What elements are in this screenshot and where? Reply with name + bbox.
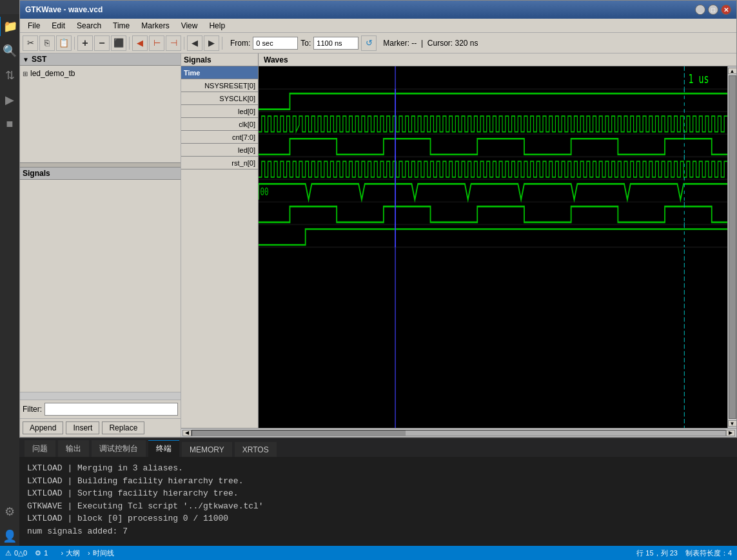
replace-button[interactable]: Replace <box>102 421 144 434</box>
waves-col-header: Waves <box>259 53 736 66</box>
tb-copy-button[interactable]: ⎘ <box>39 35 55 51</box>
sst-header: ▼ SST <box>20 53 181 66</box>
tabsize-text: 制表符长度：4 <box>685 548 732 558</box>
vscroll-up-button[interactable]: ▲ <box>728 68 737 74</box>
tb-zoomin-button[interactable]: + <box>77 35 93 51</box>
tb-prevmarker-button[interactable]: ◀ <box>187 35 202 51</box>
signals-col-label: Signals <box>184 55 211 64</box>
statusbar-position[interactable]: 行 15，列 23 <box>636 548 678 558</box>
vscode-bottom-panel: 问题 输出 调试控制台 终端 MEMORY XRTOS LXTLOAD | Me… <box>19 438 737 560</box>
signals-scrollbar[interactable] <box>20 392 181 400</box>
tab-debug-console[interactable]: 调试控制台 <box>92 440 146 457</box>
waves-vscroll[interactable]: ▲ ▼ <box>727 66 736 428</box>
signal-row-nsysreset[interactable]: NSYSRESET[0] <box>181 79 258 92</box>
tb-zoomout-button[interactable]: − <box>94 35 110 51</box>
statusbar-tabsize[interactable]: 制表符长度：4 <box>685 548 732 558</box>
activity-search-icon[interactable]: 🔍 <box>0 41 19 61</box>
filter-input[interactable] <box>44 403 178 416</box>
timeline-label: 时间线 <box>93 548 114 558</box>
position-text: 行 15，列 23 <box>636 548 678 558</box>
activity-extensions-icon[interactable]: ■ <box>4 115 16 133</box>
tb-markbegin-button[interactable]: ⊢ <box>149 35 164 51</box>
to-input[interactable] <box>313 37 359 50</box>
hscroll-thumb[interactable] <box>192 430 406 436</box>
vscroll-thumb[interactable] <box>729 75 736 419</box>
menu-view[interactable]: View <box>176 20 203 32</box>
activity-account-icon[interactable]: 👤 <box>0 526 19 546</box>
signal-row-sysclk[interactable]: SYSCLK[0] <box>181 92 258 105</box>
menu-markers[interactable]: Markers <box>136 20 174 32</box>
signal-row-clk[interactable]: clk[0] <box>181 118 258 131</box>
win-maximize-button[interactable]: □ <box>708 5 718 15</box>
from-label: From: <box>230 39 250 48</box>
tab-xrtos[interactable]: XRTOS <box>235 442 277 457</box>
tree-item-led-demo-tb[interactable]: ⊞ led_demo_tb <box>23 68 178 79</box>
sst-toggle[interactable]: ▼ <box>23 56 29 63</box>
tree-item-label: led_demo_tb <box>30 69 75 78</box>
vscroll-down-button[interactable]: ▼ <box>728 420 737 427</box>
signal-row-led0[interactable]: led[0] <box>181 105 258 118</box>
activity-bar: 📁 🔍 ⇅ ▶ ■ ⚙ 👤 <box>0 14 19 546</box>
to-label: To: <box>300 39 311 48</box>
append-button[interactable]: Append <box>23 421 63 434</box>
tb-reload-button[interactable]: ↺ <box>361 35 377 51</box>
filter-bar: Filter: <box>20 400 181 418</box>
tb-cut-button[interactable]: ✂ <box>23 35 38 51</box>
statusbar-right: 行 15，列 23 制表符长度：4 <box>636 548 732 558</box>
hscroll-track[interactable] <box>192 430 726 436</box>
chevron-right-icon: › <box>61 549 63 557</box>
menu-time[interactable]: Time <box>108 20 135 32</box>
sst-divider[interactable] <box>20 162 181 168</box>
menu-help[interactable]: Help <box>204 20 230 32</box>
statusbar-timeline[interactable]: › 时间线 <box>88 548 114 558</box>
signals-label: Signals <box>23 169 50 178</box>
signal-row-cnt[interactable]: cnt[7:0] <box>181 131 258 144</box>
button-bar: Append Insert Replace <box>20 418 181 437</box>
win-close-button[interactable]: ✕ <box>721 5 731 15</box>
insert-button[interactable]: Insert <box>66 421 99 434</box>
activity-debug-icon[interactable]: ▶ <box>3 90 17 110</box>
tb-nextmarker-button[interactable]: ▶ <box>204 35 219 51</box>
tab-memory[interactable]: MEMORY <box>182 442 232 457</box>
from-input[interactable] <box>253 37 298 50</box>
menu-edit[interactable]: Edit <box>46 20 70 32</box>
win-minimize-button[interactable]: _ <box>695 5 705 15</box>
waves-col-label: Waves <box>264 55 288 64</box>
term-line-6: num signals added: 7 <box>27 525 729 538</box>
signal-row-rstn[interactable]: rst_n[0] <box>181 157 258 169</box>
waves-scrollbar[interactable]: ◀ ▶ <box>181 428 736 437</box>
tree-expand-icon: ⊞ <box>23 70 28 77</box>
gtkwave-window: GTKWave - wave.vcd _ □ ✕ File Edit Searc… <box>19 0 737 438</box>
sst-tree: ⊞ led_demo_tb <box>20 66 181 162</box>
menu-search[interactable]: Search <box>72 20 106 32</box>
waveform-canvas[interactable]: 1 us <box>259 66 727 428</box>
term-line-2: LXTLOAD | Building facility hierarchy tr… <box>27 475 729 488</box>
statusbar-errors[interactable]: ⚠ 0△0 <box>5 549 27 557</box>
terminal-content[interactable]: LXTLOAD | Merging in 3 aliases. LXTLOAD … <box>19 457 737 560</box>
tb-sep4 <box>222 37 222 50</box>
tb-paste-button[interactable]: 📋 <box>56 35 72 51</box>
hscroll-right-button[interactable]: ▶ <box>726 430 735 436</box>
tb-sep3 <box>184 37 184 50</box>
statusbar-outline[interactable]: › 大纲 <box>61 548 80 558</box>
signal-row-led1[interactable]: led[0] <box>181 144 258 157</box>
signal-row-time[interactable]: Time <box>181 66 258 79</box>
menu-file[interactable]: File <box>23 20 45 32</box>
signals-header: Signals <box>20 168 181 180</box>
term-line-3: LXTLOAD | Sorting facility hierarchy tre… <box>27 487 729 500</box>
signals-col-header: Signals <box>181 53 259 66</box>
svg-text:00: 00 <box>260 186 268 198</box>
tb-sep1 <box>74 37 75 50</box>
activity-source-control-icon[interactable]: ⇅ <box>3 66 17 85</box>
tab-output[interactable]: 输出 <box>58 440 89 457</box>
activity-settings-icon[interactable]: ⚙ <box>2 502 17 521</box>
activity-explorer-icon[interactable]: 📁 <box>0 17 20 36</box>
tab-issues[interactable]: 问题 <box>25 440 55 457</box>
tb-back-button[interactable]: ◀ <box>132 35 148 51</box>
tab-terminal[interactable]: 终端 <box>148 440 179 457</box>
tb-zoomfit-button[interactable]: ⬛ <box>111 35 126 51</box>
statusbar-warnings[interactable]: ⚙ 1 <box>35 549 48 557</box>
hscroll-left-button[interactable]: ◀ <box>182 430 192 436</box>
tb-markend-button[interactable]: ⊣ <box>166 35 181 51</box>
waveform-svg: 1 us <box>259 66 727 428</box>
